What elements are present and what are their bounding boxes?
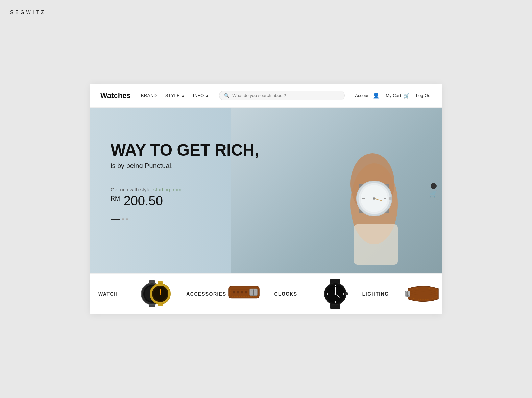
svg-point-52 [343,293,344,295]
hero-subline: is by being Punctual. [111,162,259,170]
hero-headline: WAY TO GET RICH, [111,141,259,159]
chevron-down-icon: ▲ [205,94,209,97]
svg-rect-15 [389,197,392,200]
nav-link-brand[interactable]: BRAND [141,93,157,98]
account-button[interactable]: Account 👤 [355,92,380,99]
nav-brand[interactable]: Watches [100,91,131,100]
floating-cart[interactable]: 3 🛒 [429,183,438,198]
cart-float-icon: 🛒 [429,190,438,198]
chevron-down-icon: ▲ [181,94,185,97]
navbar: Watches BRAND STYLE ▲ INFO ▲ 🔍 Account 👤… [90,84,442,108]
accessories-category-image [225,280,263,308]
categories-section: WATCH [90,273,442,314]
slide-indicator-active [111,219,120,220]
svg-rect-56 [345,292,348,295]
clocks-category-image [320,277,350,311]
my-cart-button[interactable]: My Cart 🛒 [386,92,410,99]
svg-point-51 [327,293,328,295]
cart-icon: 🛒 [403,92,410,99]
watch-category-image [130,279,174,309]
account-icon: 👤 [373,92,380,99]
watch-hand-svg [310,116,418,265]
svg-point-55 [334,293,336,295]
category-watch[interactable]: WATCH [90,274,178,314]
slide-indicator [126,218,128,220]
category-clocks-label: CLOCKS [274,291,297,297]
hero-section: WAY TO GET RICH, is by being Punctual. G… [90,108,442,273]
svg-point-14 [373,197,375,200]
category-lighting-label: LIGHTING [362,291,389,297]
logout-button[interactable]: Log Out [416,93,432,98]
main-wrapper: Watches BRAND STYLE ▲ INFO ▲ 🔍 Account 👤… [90,84,442,314]
svg-point-50 [335,301,336,303]
hero-content: WAY TO GET RICH, is by being Punctual. G… [111,141,259,220]
category-lighting[interactable]: LIGHTING [354,274,442,314]
nav-link-info[interactable]: INFO ▲ [193,93,209,98]
svg-point-49 [335,285,336,286]
slide-indicator [122,218,124,220]
hero-price: RM 200.50 [111,194,259,208]
category-clocks[interactable]: CLOCKS [266,274,354,314]
nav-right: Account 👤 My Cart 🛒 Log Out [355,92,432,99]
category-accessories[interactable]: ACCESSORIES [178,274,266,314]
svg-rect-2 [354,224,398,265]
hero-watch-image [307,114,421,266]
nav-links: BRAND STYLE ▲ INFO ▲ [141,93,209,98]
svg-point-30 [160,293,161,295]
site-logo: SEGWITZ [10,9,46,15]
lighting-category-image [405,280,438,307]
category-watch-label: WATCH [98,291,118,297]
category-accessories-label: ACCESSORIES [186,291,226,297]
hero-slide-indicators [111,218,259,220]
search-input[interactable] [232,93,340,98]
cart-count-badge: 3 [431,183,437,189]
search-bar: 🔍 [219,91,345,100]
search-icon: 🔍 [224,93,229,98]
hero-price-intro: Get rich with style, starting from., [111,187,259,192]
nav-link-style[interactable]: STYLE ▲ [165,93,185,98]
